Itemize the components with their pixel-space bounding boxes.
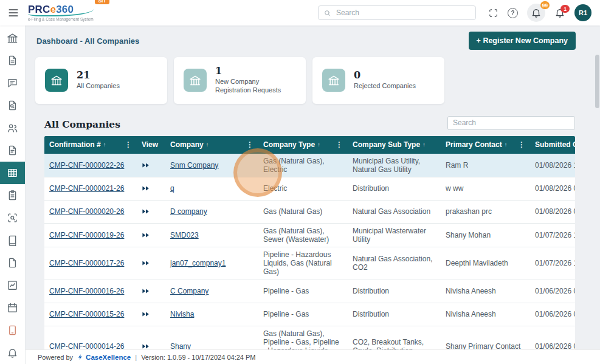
column-header-company-sub-type[interactable]: Company Sub Type↑ (348, 136, 441, 154)
view-company-button[interactable] (142, 185, 150, 191)
column-header-view[interactable]: View (137, 136, 165, 154)
company-link[interactable]: C Company (170, 287, 209, 295)
scrollbar-thumb[interactable] (595, 55, 599, 108)
notifications-bell-icon (7, 347, 18, 359)
brand-logo-icon (77, 354, 84, 360)
company-link[interactable]: D company (170, 207, 207, 216)
sidebar-item-institution[interactable] (0, 27, 25, 49)
company-type-cell: Gas (Natural Gas), Electric (258, 154, 348, 177)
view-company-button[interactable] (142, 288, 150, 294)
submitted-on-cell: 01/06/2026 0 (530, 326, 575, 349)
column-header-primary-contact[interactable]: Primary Contact↑⋮ (441, 136, 530, 154)
sidebar-item-document-search[interactable] (0, 94, 25, 117)
column-header-company[interactable]: Company↑⋮ (165, 136, 258, 154)
building-plus-icon (184, 69, 207, 92)
view-company-button[interactable] (142, 311, 150, 317)
app-logo[interactable]: SIT PRCe360 e-Filing & Case Management S… (28, 4, 94, 22)
confirmation-link[interactable]: CMP-CNF-0000021-26 (49, 184, 124, 193)
users-icon (7, 122, 18, 134)
column-header-company-type[interactable]: Company Type↑⋮ (258, 136, 348, 154)
casexellence-brand[interactable]: CaseXellence (77, 354, 131, 361)
company-link[interactable]: Snm Company (170, 161, 218, 170)
confirmation-link[interactable]: CMP-CNF-0000016-26 (49, 287, 124, 295)
view-company-button[interactable] (142, 162, 150, 168)
column-menu-icon[interactable]: ⋮ (246, 140, 253, 149)
table-row: CMP-CNF-0000021-26 q Electric Distributi… (44, 177, 575, 201)
confirmation-link[interactable]: CMP-CNF-0000022-26 (49, 161, 124, 170)
company-subtype-cell: Municipal Wasterwater Utility (348, 224, 441, 247)
help-button[interactable]: ? (508, 8, 518, 18)
company-subtype-cell: Municipal Gas Utility, Natural Gas Utili… (348, 154, 441, 177)
view-company-button[interactable] (142, 343, 150, 349)
confirmation-link[interactable]: CMP-CNF-0000017-26 (49, 259, 124, 267)
user-avatar[interactable]: R1 (574, 4, 591, 21)
sidebar-item-users[interactable] (0, 117, 25, 139)
sidebar-item-companies[interactable] (0, 162, 25, 184)
confirmation-link[interactable]: CMP-CNF-0000020-26 (49, 207, 124, 216)
company-link[interactable]: q (170, 184, 174, 193)
confirmation-link[interactable]: CMP-CNF-0000014-26 (49, 342, 124, 349)
stat-cards: 21 All Companies 1 New Company Registrat… (26, 50, 600, 104)
column-menu-icon[interactable]: ⋮ (125, 140, 132, 149)
double-arrow-icon (142, 208, 150, 215)
sidebar-item-calendar[interactable] (0, 297, 25, 319)
env-badge: SIT (95, 0, 109, 4)
column-menu-icon[interactable]: ⋮ (518, 140, 525, 149)
company-type-cell: Electric (258, 177, 348, 200)
company-subtype-cell: Natural Gas Association, CO2 (348, 247, 441, 279)
sidebar-item-invoice[interactable] (0, 139, 25, 162)
submitted-on-cell: 01/06/2026 0 (530, 280, 575, 303)
sidebar-item-file[interactable] (0, 252, 25, 274)
company-link[interactable]: Shany (170, 342, 191, 349)
confirmation-link[interactable]: CMP-CNF-0000019-26 (49, 231, 124, 239)
company-type-cell: Gas (Natural Gas), Pipeline - Gas, Pipel… (258, 326, 348, 349)
invoice-icon (7, 145, 18, 156)
company-subtype-cell: Distribution (348, 177, 441, 200)
sort-icon: ↑ (103, 142, 106, 148)
page-scrollbar (595, 55, 599, 348)
company-link[interactable]: jan07_compnay1 (170, 259, 226, 267)
company-link[interactable]: Nivisha (170, 310, 194, 318)
submitted-on-cell: 01/08/2026 0 (530, 177, 575, 200)
sidebar-item-document[interactable] (0, 49, 25, 72)
sidebar-item-reports[interactable] (0, 274, 25, 297)
menu-toggle-button[interactable] (6, 5, 21, 20)
company-type-cell: Gas (Natural Gas) (258, 201, 348, 223)
scan-search-icon (7, 212, 18, 224)
companies-grid-icon (7, 167, 18, 179)
stat-label: All Companies (77, 82, 120, 91)
fullscreen-button[interactable] (488, 8, 498, 18)
company-subtype-cell: Natural Gas Association (348, 201, 441, 223)
sidebar-item-ledger[interactable] (0, 229, 25, 252)
column-header-submitted-on[interactable]: Submitted On↑ (530, 136, 575, 154)
stat-value: 1 (215, 66, 296, 76)
view-company-button[interactable] (142, 232, 150, 238)
notifications-bell-button[interactable]: 99 (527, 4, 545, 22)
sidebar-item-scan[interactable] (0, 207, 25, 229)
submitted-on-cell: 01/07/2026 10 (530, 247, 575, 279)
sidebar-item-notifications[interactable] (0, 342, 25, 364)
sidebar-item-device[interactable] (0, 319, 25, 342)
column-menu-icon[interactable]: ⋮ (336, 140, 343, 149)
view-company-button[interactable] (142, 260, 150, 266)
sidebar-item-tasks[interactable] (0, 184, 25, 207)
company-type-cell: Gas (Natural Gas), Sewer (Wastewater) (258, 224, 348, 247)
company-link[interactable]: SMD023 (170, 231, 199, 239)
alerts-bell-button[interactable]: 1 (554, 7, 565, 18)
view-company-button[interactable] (142, 208, 150, 215)
column-header-confirmation[interactable]: Confirmation #↑⋮ (44, 136, 137, 154)
sidebar-item-messages[interactable] (0, 72, 25, 94)
primary-contact-cell: Shany Primary Contact (441, 326, 530, 349)
primary-contact-cell: Shany Mohan (441, 224, 530, 247)
double-arrow-icon (142, 260, 150, 266)
stat-card-new-requests: 1 New Company Registration Requests (174, 57, 306, 104)
confirmation-link[interactable]: CMP-CNF-0000015-26 (49, 310, 124, 318)
global-search (318, 5, 476, 20)
company-type-cell: Pipeline - Gas (258, 280, 348, 303)
table-search-input[interactable] (447, 116, 575, 130)
double-arrow-icon (142, 343, 150, 349)
breadcrumb[interactable]: Dashboard - All Companies (36, 36, 139, 46)
global-search-input[interactable] (335, 8, 471, 18)
document-icon (7, 55, 18, 66)
register-new-company-button[interactable]: + Register New Company (469, 32, 576, 50)
